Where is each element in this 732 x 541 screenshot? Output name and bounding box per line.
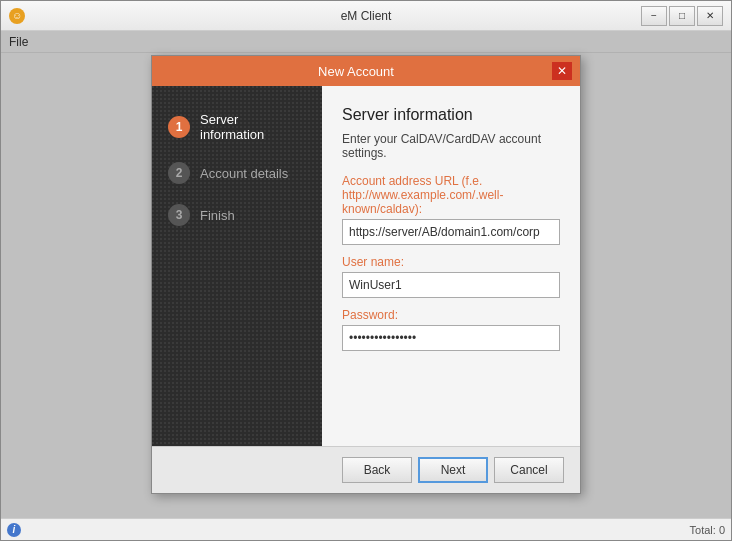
info-icon: i <box>7 523 21 537</box>
panel-subtitle: Enter your CalDAV/CardDAV account settin… <box>342 132 560 160</box>
status-bar: i Total: 0 <box>1 518 731 540</box>
title-bar-buttons: − □ ✕ <box>641 6 723 26</box>
status-left: i <box>7 523 21 537</box>
password-field-group: Password: <box>342 308 560 351</box>
new-account-dialog: New Account ✕ 1 Server information <box>151 55 581 494</box>
account-url-label: Account address URL (f.e. http://www.exa… <box>342 174 560 216</box>
username-input[interactable] <box>342 272 560 298</box>
main-window: ☺ eM Client − □ ✕ File New Account ✕ <box>0 0 732 541</box>
dialog-footer: Back Next Cancel <box>152 446 580 493</box>
password-label: Password: <box>342 308 560 322</box>
username-label: User name: <box>342 255 560 269</box>
dialog-body: 1 Server information 2 Account details <box>152 86 580 446</box>
dialog-title-bar: New Account ✕ <box>152 56 580 86</box>
password-input[interactable] <box>342 325 560 351</box>
next-button[interactable]: Next <box>418 457 488 483</box>
app-icon: ☺ <box>9 8 25 24</box>
dialog-close-button[interactable]: ✕ <box>552 62 572 80</box>
title-bar: ☺ eM Client − □ ✕ <box>1 1 731 31</box>
step-3-number: 3 <box>168 204 190 226</box>
window-title: eM Client <box>341 9 392 23</box>
close-button[interactable]: ✕ <box>697 6 723 26</box>
back-button[interactable]: Back <box>342 457 412 483</box>
wizard-panel: 1 Server information 2 Account details <box>152 86 322 446</box>
wizard-step-2[interactable]: 2 Account details <box>152 152 322 194</box>
step-2-label: Account details <box>200 166 288 181</box>
title-bar-left: ☺ <box>9 8 25 24</box>
minimize-button[interactable]: − <box>641 6 667 26</box>
step-1-number: 1 <box>168 116 190 138</box>
dialog-title: New Account <box>160 64 552 79</box>
cancel-button[interactable]: Cancel <box>494 457 564 483</box>
content-panel: Server information Enter your CalDAV/Car… <box>322 86 580 446</box>
app-body: File New Account ✕ 1 <box>1 31 731 518</box>
step-1-label: Server information <box>200 112 306 142</box>
total-count: Total: 0 <box>690 524 725 536</box>
wizard-step-1[interactable]: 1 Server information <box>152 102 322 152</box>
maximize-button[interactable]: □ <box>669 6 695 26</box>
wizard-step-3[interactable]: 3 Finish <box>152 194 322 236</box>
account-url-input[interactable] <box>342 219 560 245</box>
account-url-field-group: Account address URL (f.e. http://www.exa… <box>342 174 560 245</box>
username-field-group: User name: <box>342 255 560 298</box>
step-2-number: 2 <box>168 162 190 184</box>
step-3-label: Finish <box>200 208 235 223</box>
panel-heading: Server information <box>342 106 560 124</box>
modal-overlay: New Account ✕ 1 Server information <box>1 31 731 518</box>
